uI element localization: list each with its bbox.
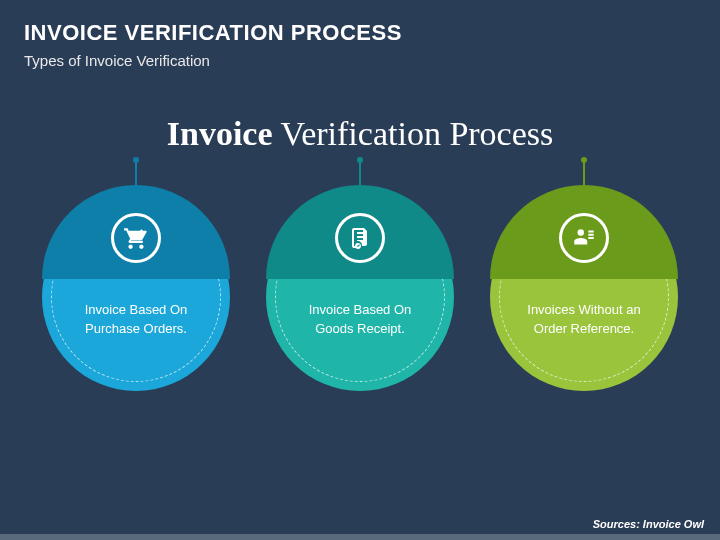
person-doc-icon (559, 213, 609, 263)
cart-check-icon (111, 213, 161, 263)
main-title-bold: Invoice (167, 115, 273, 152)
circle-label: Invoice Based On Purchase Orders. (42, 301, 230, 339)
circle-goods-receipt: Invoice Based On Goods Receipt. (266, 203, 454, 391)
source-credit: Sources: Invoice Owl (593, 518, 704, 530)
bottom-bar (0, 534, 720, 540)
circle-cap (490, 185, 678, 279)
main-title: Invoice Verification Process (0, 115, 720, 153)
circle-row: Invoice Based On Purchase Orders. Invoic… (0, 203, 720, 391)
page-title: INVOICE VERIFICATION PROCESS (24, 20, 696, 46)
circle-purchase-orders: Invoice Based On Purchase Orders. (42, 203, 230, 391)
circle-label: Invoice Based On Goods Receipt. (266, 301, 454, 339)
receipt-check-icon (335, 213, 385, 263)
page-subtitle: Types of Invoice Verification (24, 52, 696, 69)
circle-cap (266, 185, 454, 279)
circle-label: Invoices Without an Order Reference. (490, 301, 678, 339)
header: INVOICE VERIFICATION PROCESS Types of In… (0, 0, 720, 77)
main-title-rest: Verification Process (273, 115, 554, 152)
circle-no-reference: Invoices Without an Order Reference. (490, 203, 678, 391)
circle-cap (42, 185, 230, 279)
